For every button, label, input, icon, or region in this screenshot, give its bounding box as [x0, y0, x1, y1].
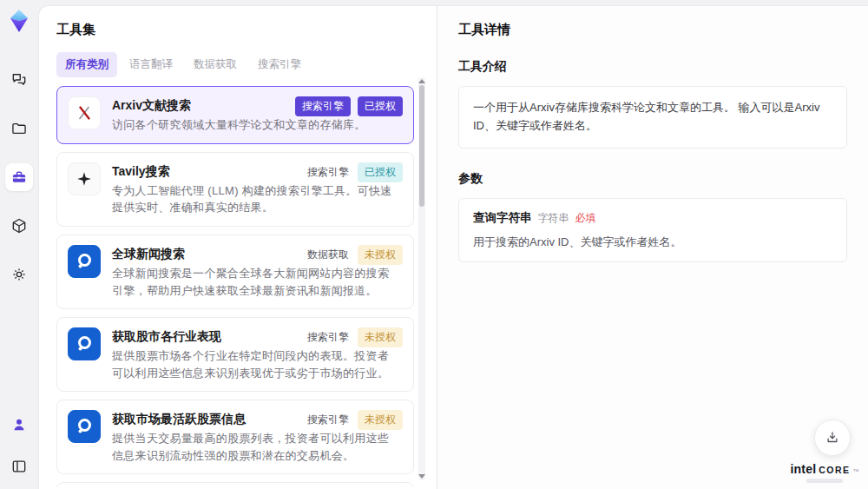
rail-bottom — [5, 411, 33, 480]
brand-core: CORE — [819, 465, 850, 475]
arxiv-logo-icon — [68, 96, 101, 129]
tool-list-panel: 工具集 所有类别 语言翻译 数据获取 搜索引擎 A — [39, 6, 437, 489]
auth-status-badge: 已授权 — [358, 96, 403, 116]
user-avatar-icon[interactable] — [5, 411, 33, 439]
intro-heading: 工具介绍 — [458, 59, 847, 75]
blue-search-logo-icon — [68, 327, 101, 360]
tab-language-translation[interactable]: 语言翻译 — [121, 52, 181, 77]
detail-title: 工具详情 — [458, 22, 847, 38]
scrollbar-thumb[interactable] — [419, 85, 424, 207]
tool-description: 全球新闻搜索是一个聚合全球各大新闻网站内容的搜索引擎，帮助用户快速获取全球最新资… — [112, 265, 400, 299]
app-logo-icon[interactable] — [7, 9, 31, 33]
scroll-up-arrow-icon[interactable] — [418, 79, 425, 83]
tool-description: 访问各个研究领域大量科学论文和文章的存储库。 — [112, 116, 400, 134]
auth-status-badge: 已授权 — [358, 162, 403, 182]
download-button[interactable] — [814, 420, 851, 456]
app-window: 工具集 所有类别 语言翻译 数据获取 搜索引擎 A — [0, 0, 868, 489]
tool-card-arxiv[interactable]: Arxiv文献搜索 访问各个研究领域大量科学论文和文章的存储库。 搜索引擎 已授… — [56, 86, 414, 144]
brand-trademark: ™ — [853, 468, 859, 474]
tavily-star-icon — [68, 162, 101, 195]
category-badge: 搜索引擎 — [306, 410, 351, 430]
auth-status-badge: 未授权 — [358, 245, 403, 265]
tool-detail-panel: 工具详情 工具介绍 一个用于从Arxiv存储库搜索科学论文和文章的工具。 输入可… — [437, 6, 868, 489]
category-tabs: 所有类别 语言翻译 数据获取 搜索引擎 — [56, 52, 414, 77]
tab-search-engine[interactable]: 搜索引擎 — [249, 52, 310, 77]
category-badge: 搜索引擎 — [306, 327, 351, 347]
tool-intro-text: 一个用于从Arxiv存储库搜索科学论文和文章的工具。 输入可以是Arxiv ID… — [458, 86, 847, 149]
left-rail — [0, 0, 38, 489]
params-heading: 参数 — [458, 171, 847, 187]
tool-card-stock-sector[interactable]: 获取股市各行业表现 提供股票市场各个行业在特定时间段内的表现。投资者可以利用这些… — [56, 317, 414, 392]
tool-list: Arxiv文献搜索 访问各个研究领域大量科学论文和文章的存储库。 搜索引擎 已授… — [56, 86, 414, 487]
tool-description: 提供股票市场各个行业在特定时间段内的表现。投资者可以利用这些信息来识别表现优于或… — [112, 347, 400, 381]
tool-card-tavily[interactable]: Tavily搜索 专为人工智能代理 (LLM) 构建的搜索引擎工具。可快速提供实… — [56, 152, 414, 227]
param-name: 查询字符串 — [473, 211, 532, 224]
param-type: 字符串 — [538, 212, 569, 224]
tool-card-active-stocks[interactable]: 获取市场最活跃股票信息 提供当天交易量最高的股票列表，投资者可以利用这些信息来识… — [56, 400, 414, 474]
package-icon[interactable] — [5, 212, 33, 240]
scroll-down-arrow-icon[interactable] — [418, 474, 425, 479]
chat-icon[interactable] — [5, 66, 33, 94]
tool-description: 专为人工智能代理 (LLM) 构建的搜索引擎工具。可快速提供实时、准确和真实的结… — [112, 182, 400, 216]
tab-all-categories[interactable]: 所有类别 — [56, 52, 117, 77]
blue-search-logo-icon — [68, 245, 101, 278]
brand-underline — [806, 479, 843, 483]
panel-toggle-icon[interactable] — [5, 453, 33, 480]
brand-intel: intel — [790, 462, 816, 476]
list-scrollbar[interactable] — [418, 77, 425, 480]
auth-status-badge: 未授权 — [358, 327, 403, 347]
tab-data-acquisition[interactable]: 数据获取 — [185, 52, 246, 77]
tool-card-regional-news[interactable]: 万维地区新闻查询 查询具体行政区划内的新闻，快速了解各地新闻动 搜索引擎 未授权 — [56, 482, 414, 487]
download-icon — [825, 430, 840, 446]
toolbox-icon[interactable] — [5, 163, 33, 191]
tool-description: 提供当天交易量最高的股票列表，投资者可以利用这些信息来识别流动性强的股票和潜在的… — [112, 430, 400, 464]
category-badge: 数据获取 — [306, 245, 351, 265]
parameter-card: 查询字符串字符串必填 用于搜索的Arxiv ID、关键字或作者姓名。 — [458, 198, 847, 263]
rail-nav — [5, 66, 33, 288]
auth-status-badge: 未授权 — [358, 410, 403, 430]
category-badge: 搜索引擎 — [306, 162, 351, 182]
param-required-flag: 必填 — [575, 212, 596, 224]
page-title: 工具集 — [56, 22, 414, 38]
main-content: 工具集 所有类别 语言翻译 数据获取 搜索引擎 A — [38, 5, 868, 489]
param-description: 用于搜索的Arxiv ID、关键字或作者姓名。 — [473, 234, 832, 251]
blue-search-logo-icon — [68, 410, 101, 443]
tool-card-global-news[interactable]: 全球新闻搜索 全球新闻搜索是一个聚合全球各大新闻网站内容的搜索引擎，帮助用户快速… — [56, 235, 414, 309]
folder-icon[interactable] — [5, 115, 33, 142]
intel-core-logo: intel CORE ™ — [792, 462, 858, 483]
category-badge: 搜索引擎 — [295, 96, 351, 116]
settings-gear-icon[interactable] — [5, 261, 33, 288]
